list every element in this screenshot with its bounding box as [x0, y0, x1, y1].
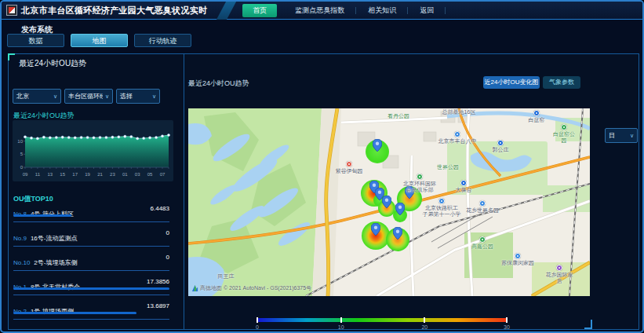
- scale-tick-mark: [424, 317, 425, 323]
- city-select-value: 北京: [16, 92, 29, 101]
- map-pin-3[interactable]: [382, 196, 391, 208]
- top-list-row-2: No.102号-填埋场东侧0: [13, 254, 169, 278]
- row-ou-value: 17.3856: [147, 278, 169, 285]
- nav-item-3[interactable]: 返回: [408, 2, 446, 20]
- map-pin-5[interactable]: [395, 203, 405, 215]
- park-poi-icon: [479, 236, 486, 243]
- svg-text:05: 05: [147, 172, 153, 177]
- chevron-down-icon: ∨: [53, 93, 57, 100]
- left-column: 北京 ∨ 丰台区循环经济产 ∨ 选择 ∨ 最近24小时OU趋势 05100911…: [9, 54, 184, 329]
- map-pin-7[interactable]: [393, 227, 402, 240]
- park-poi-icon: [417, 174, 423, 180]
- blue-poi-icon: [515, 253, 521, 259]
- map-attribution: 高德地图 © 2021 AutoNavi - GS(2021)6375号: [191, 284, 311, 292]
- row-ou-value: 6.4483: [151, 205, 169, 212]
- row-ou-value: 0: [166, 254, 169, 261]
- filter-row: 北京 ∨ 丰台区循环经济产 ∨ 选择 ∨: [13, 89, 160, 104]
- scale-tick-label: 30: [504, 324, 510, 330]
- ou-color-scale: 0102030: [257, 318, 508, 331]
- scale-tick-mark: [506, 317, 508, 323]
- city-select[interactable]: 北京 ∨: [13, 89, 61, 104]
- tab-0[interactable]: 数据: [7, 34, 64, 47]
- svg-text:13: 13: [47, 172, 53, 177]
- row-ou-value: 0: [166, 229, 169, 236]
- row-ou-value: 13.6897: [147, 302, 169, 309]
- svg-text:09: 09: [23, 172, 28, 177]
- scale-tick-label: 0: [256, 324, 259, 330]
- main-nav: 首页监测点恶臭指数相关知识返回: [242, 2, 446, 20]
- metro-poi-icon: [460, 180, 467, 186]
- tab-1[interactable]: 地图: [71, 34, 128, 47]
- row-bar: [13, 287, 169, 290]
- row-divider: [13, 246, 169, 247]
- site-select[interactable]: 选择 ∨: [116, 89, 160, 104]
- header-bar: 北京市丰台区循环经济产业园大气恶臭状况实时 首页监测点恶臭指数相关知识返回: [2, 2, 642, 20]
- top-list-row-1: No.916号-流动监测点0: [13, 229, 169, 254]
- top-list-title: OU值TOP10: [13, 194, 53, 204]
- svg-text:15: 15: [60, 172, 65, 177]
- weather-params-button[interactable]: 气象参数: [543, 76, 580, 89]
- row-rank: No.10: [13, 259, 30, 266]
- chevron-down-icon: ∨: [152, 93, 156, 100]
- svg-text:19: 19: [85, 172, 90, 177]
- metro-poi-icon: [497, 140, 504, 146]
- blue-poi-icon: [438, 198, 445, 204]
- chevron-down-icon: ∨: [630, 133, 634, 139]
- scale-gradient-bar: [257, 318, 508, 322]
- map-pin-0[interactable]: [373, 139, 382, 152]
- row-bar: [13, 312, 136, 314]
- top-list-row-0: No.84号-筛分上料区6.4483: [13, 205, 169, 229]
- svg-text:23: 23: [110, 172, 115, 177]
- scale-tick-mark: [257, 317, 258, 323]
- ou-change-map-button[interactable]: 近24小时OU变化图: [483, 76, 540, 89]
- svg-text:07: 07: [160, 172, 166, 177]
- row-divider: [13, 319, 169, 320]
- blue-poi-icon: [454, 131, 460, 137]
- park-poi-icon: [561, 124, 567, 130]
- map-pin-4[interactable]: [405, 186, 414, 199]
- chevron-down-icon: ∨: [105, 93, 109, 100]
- scale-tick-label: 10: [338, 324, 344, 330]
- app-title: 北京市丰台区循环经济产业园大气恶臭状况实时: [21, 5, 207, 16]
- row-divider: [13, 295, 169, 295]
- svg-text:0: 0: [20, 165, 24, 170]
- ou-top-list: No.84号-筛分上料区6.4483No.916号-流动监测点0No.102号-…: [13, 205, 169, 327]
- map-period-select[interactable]: 日 ∨: [605, 128, 638, 143]
- map-panel-title: 最近24小时OU趋势: [188, 79, 249, 89]
- svg-text:17: 17: [72, 172, 78, 177]
- row-divider: [13, 221, 169, 222]
- purple-poi-icon: [556, 265, 562, 271]
- metro-poi-icon: [533, 110, 540, 116]
- panel-corner-accent-br: [584, 320, 592, 329]
- map-canvas[interactable]: 高德地图 © 2021 AutoNavi - GS(2021)6375号 紫谷伊…: [188, 108, 590, 296]
- tab-2[interactable]: 行动轨迹: [134, 34, 191, 47]
- site-select-value: 选择: [120, 92, 133, 101]
- app-logo-icon: [6, 5, 17, 16]
- scale-tick-mark: [340, 317, 342, 323]
- svg-text:11: 11: [35, 172, 41, 177]
- view-tabs: 数据地图行动轨迹: [7, 34, 191, 47]
- scale-tick-label: 20: [421, 324, 428, 330]
- svg-text:01: 01: [122, 172, 128, 177]
- row-bar: [13, 214, 71, 217]
- svg-text:10: 10: [17, 139, 23, 144]
- area-select[interactable]: 丰台区循环经济产 ∨: [64, 89, 113, 104]
- blue-poi-icon: [479, 200, 486, 207]
- amap-logo-icon: [191, 285, 198, 292]
- svg-text:21: 21: [97, 172, 103, 177]
- svg-text:03: 03: [135, 172, 140, 177]
- area-select-value: 丰台区循环经济产: [68, 92, 103, 101]
- header-slant-decor: [216, 2, 236, 20]
- app-window: 北京市丰台区循环经济产业园大气恶臭状况实时 首页监测点恶臭指数相关知识返回 发布…: [0, 0, 644, 333]
- svg-text:5: 5: [20, 152, 24, 156]
- row-divider: [13, 270, 169, 271]
- ou-trend-chart: 0510091113151719212301030507: [13, 120, 173, 181]
- top-list-row-4: No.21号-填埋场西侧13.6897: [13, 302, 169, 327]
- map-period-value: 日: [609, 131, 615, 140]
- nav-item-1[interactable]: 监测点恶臭指数: [283, 2, 356, 20]
- main-panel: 最近24小时OU趋势 北京 ∨ 丰台区循环经济产 ∨ 选择 ∨ 最近24小时OU…: [8, 53, 639, 330]
- map-pin-6[interactable]: [371, 223, 380, 236]
- nav-item-2[interactable]: 相关知识: [356, 2, 408, 20]
- nav-item-0[interactable]: 首页: [242, 4, 277, 17]
- row-rank: No.9: [13, 235, 27, 242]
